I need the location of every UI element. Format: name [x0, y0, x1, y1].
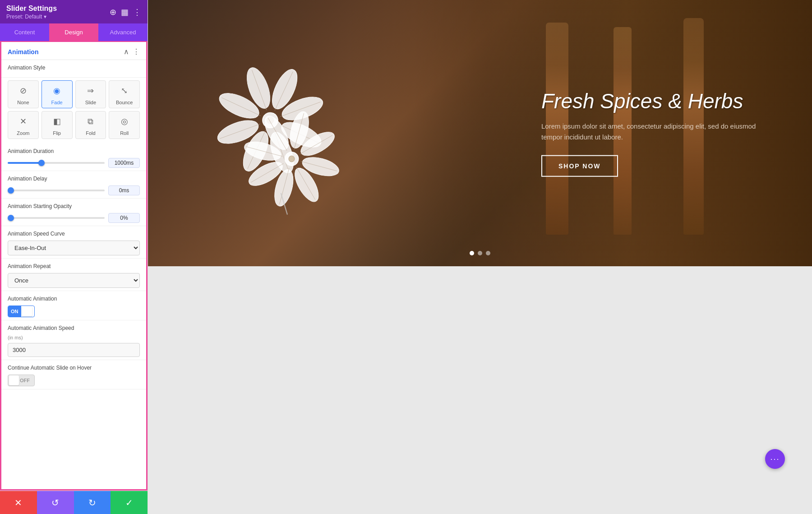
undo-button[interactable]: ↺	[37, 491, 74, 514]
animation-repeat-row: Animation Repeat Once Loop Infinite	[1, 259, 146, 291]
none-label: None	[17, 100, 29, 105]
anim-zoom[interactable]: ✕ Zoom	[8, 111, 39, 139]
section-more-icon[interactable]: ⋮	[133, 47, 140, 56]
animation-speed-curve-select[interactable]: Ease-In-Out Linear Ease Ease-In Ease-Out	[8, 241, 140, 255]
tab-advanced[interactable]: Advanced	[98, 23, 148, 41]
section-title: Animation	[8, 48, 38, 56]
animation-opacity-row: Animation Starting Opacity 0%	[1, 199, 146, 226]
animation-opacity-slider-row: 0%	[8, 213, 140, 223]
animation-duration-row: Animation Duration 1000ms	[1, 144, 146, 171]
animation-opacity-thumb[interactable]	[8, 215, 14, 221]
slide-title: Fresh Spices & Herbs	[541, 90, 758, 113]
animation-delay-track[interactable]	[8, 190, 105, 191]
save-button[interactable]: ✓	[111, 491, 148, 514]
cancel-button[interactable]: ✕	[0, 491, 37, 514]
bounce-label: Bounce	[116, 100, 133, 105]
animation-opacity-value: 0%	[108, 213, 140, 223]
fade-label: Fade	[51, 100, 63, 105]
save-icon: ✓	[125, 497, 133, 508]
left-panel: Slider Settings Preset: Default ▾ ⊕ ▦ ⋮ …	[0, 0, 148, 514]
animation-delay-slider-row: 0ms	[8, 185, 140, 195]
anim-fade[interactable]: ◉ Fade	[42, 80, 73, 108]
automatic-animation-toggle[interactable]: ON	[8, 306, 35, 317]
continue-hover-toggle-row: OFF	[8, 375, 140, 386]
panel-header: Slider Settings Preset: Default ▾ ⊕ ▦ ⋮	[0, 0, 148, 23]
columns-icon[interactable]: ▦	[121, 7, 129, 17]
auto-speed-row: Automatic Animation Speed (in ms)	[1, 320, 146, 360]
continue-hover-toggle[interactable]: OFF	[8, 375, 35, 386]
anim-roll[interactable]: ◎ Roll	[109, 111, 140, 139]
collapse-icon[interactable]: ∧	[124, 47, 129, 56]
slider-dots	[470, 251, 490, 255]
anim-flip[interactable]: ◧ Flip	[42, 111, 73, 139]
shop-now-button[interactable]: SHOP NOW	[541, 155, 618, 176]
animation-speed-curve-label: Animation Speed Curve	[8, 231, 140, 237]
animation-style-grid: ⊘ None ◉ Fade ⇒ Slide ⤡ Bounce ✕ Zoom ◧ …	[1, 78, 146, 144]
slider-container: Fresh Spices & Herbs Lorem ipsum dolor s…	[148, 0, 812, 266]
continue-hover-off-label: OFF	[20, 378, 32, 383]
preset-selector[interactable]: Preset: Default ▾	[6, 14, 57, 20]
animation-style-row: Animation Style	[1, 60, 146, 78]
anim-none[interactable]: ⊘ None	[8, 80, 39, 108]
automatic-animation-toggle-row: ON	[8, 306, 140, 317]
slide-icon: ⇒	[83, 83, 98, 98]
animation-duration-slider-row: 1000ms	[8, 158, 140, 168]
automatic-animation-row: Automatic Animation ON	[1, 291, 146, 320]
preview-area: Fresh Spices & Herbs Lorem ipsum dolor s…	[148, 0, 812, 514]
float-menu-button[interactable]: ···	[765, 449, 785, 469]
tabs-bar: Content Design Advanced	[0, 23, 148, 42]
animation-duration-fill	[8, 162, 42, 164]
automatic-animation-label: Automatic Animation	[8, 296, 140, 302]
animation-opacity-label: Animation Starting Opacity	[8, 203, 140, 209]
animation-duration-thumb[interactable]	[38, 160, 45, 166]
tab-content[interactable]: Content	[0, 23, 49, 41]
target-icon[interactable]: ⊕	[110, 7, 116, 17]
slide-content: Fresh Spices & Herbs Lorem ipsum dolor s…	[541, 90, 758, 177]
animation-delay-value: 0ms	[108, 185, 140, 195]
slide-background: Fresh Spices & Herbs Lorem ipsum dolor s…	[148, 0, 812, 266]
flip-icon: ◧	[50, 114, 64, 129]
animation-delay-thumb[interactable]	[8, 187, 14, 194]
header-text: Slider Settings Preset: Default ▾	[6, 5, 57, 20]
flip-label: Flip	[53, 130, 61, 136]
anim-slide[interactable]: ⇒ Slide	[75, 80, 106, 108]
anim-bounce[interactable]: ⤡ Bounce	[109, 80, 140, 108]
animation-delay-label: Animation Delay	[8, 176, 140, 182]
anim-fold[interactable]: ⧉ Fold	[75, 111, 106, 139]
animation-duration-value: 1000ms	[108, 158, 140, 168]
panel-content: Animation ∧ ⋮ Animation Style ⊘ None ◉ F…	[0, 42, 148, 491]
more-icon[interactable]: ⋮	[133, 7, 141, 17]
toggle-on-label: ON	[8, 306, 21, 317]
animation-duration-track[interactable]	[8, 162, 105, 164]
tab-design[interactable]: Design	[49, 23, 98, 41]
fade-icon: ◉	[50, 83, 64, 98]
continue-hover-knob	[9, 375, 19, 385]
dot-1[interactable]	[470, 251, 474, 255]
redo-button[interactable]: ↻	[74, 491, 111, 514]
roll-icon: ◎	[117, 114, 132, 129]
dot-3[interactable]	[486, 251, 490, 255]
bottom-toolbar: ✕ ↺ ↻ ✓	[0, 491, 148, 514]
continue-hover-row: Continue Automatic Slide on Hover OFF	[1, 360, 146, 389]
animation-style-label: Animation Style	[8, 65, 140, 71]
redo-icon: ↻	[88, 497, 96, 508]
star-anise-illustration	[193, 43, 364, 223]
animation-repeat-select[interactable]: Once Loop Infinite	[8, 273, 140, 288]
header-icons: ⊕ ▦ ⋮	[110, 7, 141, 17]
roll-label: Roll	[120, 130, 129, 136]
none-icon: ⊘	[16, 83, 30, 98]
animation-speed-curve-row: Animation Speed Curve Ease-In-Out Linear…	[1, 226, 146, 259]
continue-hover-label: Continue Automatic Slide on Hover	[8, 365, 140, 371]
bounce-icon: ⤡	[117, 83, 132, 98]
auto-speed-input[interactable]	[8, 343, 140, 357]
float-menu-dots-icon: ···	[770, 454, 780, 464]
panel-title: Slider Settings	[6, 5, 57, 13]
fold-icon: ⧉	[83, 114, 98, 129]
dot-2[interactable]	[478, 251, 482, 255]
animation-opacity-track[interactable]	[8, 217, 105, 219]
animation-repeat-label: Animation Repeat	[8, 263, 140, 269]
slide-description: Lorem ipsum dolor sit amet, consectetur …	[541, 120, 758, 142]
auto-speed-label: Automatic Animation Speed	[8, 325, 140, 331]
zoom-icon: ✕	[16, 114, 30, 129]
animation-duration-label: Animation Duration	[8, 148, 140, 154]
